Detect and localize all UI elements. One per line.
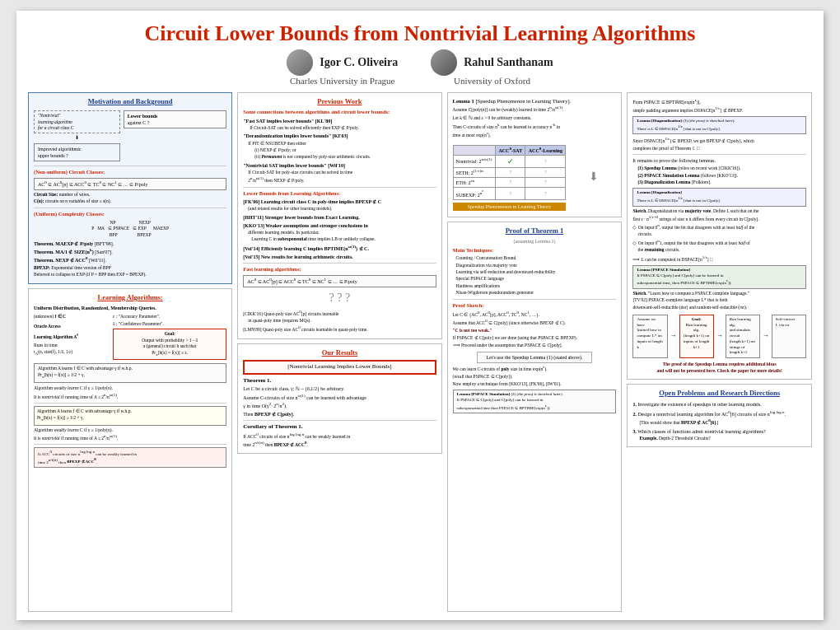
prev-work-title: Previous Work bbox=[243, 97, 436, 106]
diagonalization-lemma-box: Lemma [Diagonalization] (3) (the proof i… bbox=[632, 116, 806, 134]
theorem-maexp: Theorem. MAEXP ⊄ P/poly [BFT'98]. bbox=[34, 240, 226, 247]
author-photo-1 bbox=[287, 49, 313, 76]
author-name-2: Rahul Santhanam bbox=[464, 56, 553, 69]
column-4: From PSPACE ⊆ BPTIME[exp(nε)], simple pa… bbox=[627, 92, 812, 612]
author-name-row-1: Igor C. Oliveira bbox=[287, 49, 398, 76]
algorithm-a-box: Algorithm A learns f ∈ C with advantage … bbox=[34, 363, 226, 382]
our-results-title: Our Results bbox=[243, 348, 436, 357]
diag-lemma-2-box: Lemma [Diagonalization] There is L ∈ DSP… bbox=[632, 188, 806, 206]
theorem-nexp: Theorem. NEXP ⊄ ACC0 [Wil'11]. bbox=[34, 256, 226, 264]
speedup-lemma-invoke: Let's use the Speedup Lemma (1) (stated … bbox=[477, 352, 592, 363]
improved-box: Improved algorithmicupper bounds ? bbox=[34, 143, 120, 161]
proof-section: Proof of Theorem 1 (assuming Lemma 1) Ma… bbox=[447, 222, 623, 612]
author-block-2: Rahul Santhanam University of Oxford bbox=[431, 49, 553, 86]
fast-learning-box: AC0 ⊆ AC0[p] ⊆ ACC0 ⊆ TC0 ⊆ NC1 ⊆ … ⊆ P/… bbox=[243, 275, 436, 287]
question-marks: ? ? ? bbox=[243, 291, 436, 306]
poster-body: Motivation and Background "Nontrivial" l… bbox=[28, 92, 812, 612]
lower-bounds-box: Lower bounds against C ? bbox=[124, 110, 227, 128]
authors-row: Igor C. Oliveira Charles University in P… bbox=[28, 49, 812, 86]
open-problems-title: Open Problems and Research Directions bbox=[632, 389, 806, 398]
column-3: Lemma 1 [Speedup Phenomenon in Learning … bbox=[447, 92, 623, 612]
author-block-1: Igor C. Oliveira Charles University in P… bbox=[287, 49, 398, 86]
learning-title: Learning Algorithms: bbox=[34, 293, 226, 302]
author-photo-2 bbox=[431, 49, 457, 76]
acc0-learns-box: If ACC0 circuits of size nlog log n can … bbox=[34, 447, 226, 468]
circuit-classes-box: AC0 ⊆ AC0[p] ⊆ ACC0 ⊆ TC0 ⊆ NC1 ⊆ … ⊆ P/… bbox=[34, 178, 226, 190]
open-problems-section: Open Problems and Research Directions 1.… bbox=[627, 384, 812, 447]
column-1: Motivation and Background "Nontrivial" l… bbox=[28, 92, 232, 612]
speedup-label: Speedup Phenomenon in Learning Theory bbox=[453, 203, 567, 211]
author-name-1: Igor C. Oliveira bbox=[320, 56, 398, 69]
poster-header: Circuit Lower Bounds from Nontrivial Lea… bbox=[28, 21, 812, 87]
speedup-section: Lemma 1 [Speedup Phenomenon in Learning … bbox=[447, 92, 623, 217]
nontrivial-box: "Nontrivial" learning algorithm for a ci… bbox=[34, 110, 120, 133]
column-2: Previous Work Some connections between a… bbox=[237, 92, 441, 612]
theorem-ma: Theorem. MA/1 ⊄ SIZE(nk) [San'07]. bbox=[34, 248, 226, 255]
pspace-sim-lemma2-box: Lemma [PSPACE Simulation] If PSPACE ⊆ C[… bbox=[632, 265, 806, 289]
author-affiliation-1: Charles University in Prague bbox=[290, 76, 394, 86]
learning-goal-box: Goal: Output with probability > 1 - δ a … bbox=[113, 329, 226, 360]
top-right-section: From PSPACE ⊆ BPTIME[exp(nε)], simple pa… bbox=[627, 92, 812, 380]
proof-title: Proof of Theorem 1 bbox=[453, 226, 617, 236]
poster-title: Circuit Lower Bounds from Nontrivial Lea… bbox=[28, 21, 812, 46]
complexity-diagram: NP NEXP P MA ⊆ PSPACE ⊆ EXP MAEXP BPP BP… bbox=[34, 220, 226, 239]
algo-learns-box: Algorithm A learns f ∈ C with advantage … bbox=[34, 406, 226, 425]
speedup-table: ACC0-SAT ACC0-Learning Nontrivial: 2n/ω(… bbox=[453, 145, 567, 200]
our-results-section: Our Results [Nontrivial Learning Implies… bbox=[237, 343, 441, 455]
author-name-row-2: Rahul Santhanam bbox=[431, 49, 553, 76]
author-affiliation-2: University of Oxford bbox=[454, 76, 530, 86]
motivation-title: Motivation and Background bbox=[34, 97, 226, 106]
prev-work-section: Previous Work Some connections between a… bbox=[237, 92, 441, 339]
pspace-sim-lemma-box: Lemma [PSPACE Simulation] (2) (the proof… bbox=[453, 390, 617, 413]
uniform-classes-heading: (Uniform) Complexity Classes: bbox=[34, 211, 226, 218]
poster: Circuit Lower Bounds from Nontrivial Lea… bbox=[16, 11, 824, 620]
circuit-classes-heading: (Non-uniform) Circuit Classes: bbox=[34, 169, 226, 176]
motivation-section: Motivation and Background "Nontrivial" l… bbox=[28, 92, 232, 284]
nontrivial-learning-box: [Nontrivial Learning Implies Lower Bound… bbox=[243, 360, 436, 374]
learning-section: Learning Algorithms: Uniform Distributio… bbox=[28, 288, 232, 612]
